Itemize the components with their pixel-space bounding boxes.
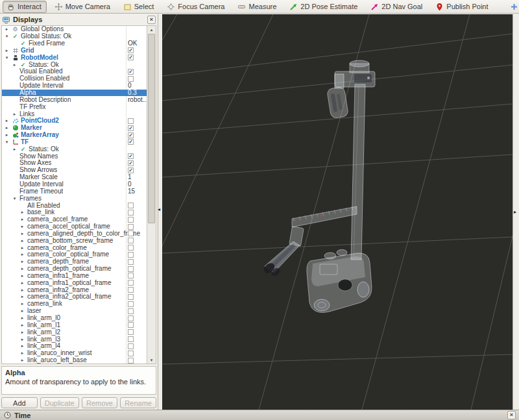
- checkbox[interactable]: [128, 350, 134, 357]
- checkbox[interactable]: ✓: [128, 125, 134, 132]
- checkbox[interactable]: ✓: [128, 47, 134, 55]
- checkbox[interactable]: [128, 209, 134, 216]
- property-value[interactable]: 15: [128, 188, 135, 195]
- property-value[interactable]: 0.3: [128, 90, 137, 97]
- focus-camera-tool[interactable]: Focus Camera: [163, 1, 230, 13]
- tree-row-status-ok[interactable]: ▸✓Status: Ok: [2, 145, 147, 153]
- expand-icon[interactable]: ▸: [19, 245, 25, 251]
- checkbox[interactable]: [128, 343, 134, 350]
- checkbox[interactable]: [128, 216, 134, 223]
- checkbox[interactable]: [128, 279, 134, 286]
- tree-row-status-ok[interactable]: ▸✓Status: Ok: [2, 61, 147, 68]
- expand-icon[interactable]: ▸: [19, 209, 25, 216]
- tree-row-all-enabled[interactable]: All Enabled: [2, 202, 147, 209]
- tree-row-show-names[interactable]: Show Names✓: [2, 153, 147, 160]
- tree-row-camera-depth-optical-frame[interactable]: ▸camera_depth_optical_frame: [2, 266, 147, 273]
- tree-row-show-arrows[interactable]: Show Arrows✓: [2, 167, 147, 174]
- expand-icon[interactable]: ▸: [4, 125, 10, 131]
- tree-row-camera-aligned-depth-to-color-frame[interactable]: ▸camera_aligned_depth_to_color_frame: [2, 230, 147, 237]
- expand-icon[interactable]: ▸: [19, 230, 25, 237]
- expand-icon[interactable]: ▸: [19, 329, 25, 336]
- tree-row-robot-description[interactable]: Robot Descriptionrobot...: [2, 96, 147, 103]
- tree-row-camera-accel-optical-frame[interactable]: ▸camera_accel_optical_frame: [2, 223, 147, 230]
- 3d-viewport[interactable]: [162, 14, 513, 410]
- checkbox[interactable]: [128, 321, 134, 328]
- scrollbar-up-icon[interactable]: ▴: [147, 26, 156, 33]
- tree-row-marker[interactable]: ▸Marker✓: [2, 125, 147, 132]
- checkbox[interactable]: [128, 202, 134, 209]
- move-camera-tool[interactable]: Move Camera: [51, 1, 115, 13]
- checkbox[interactable]: [128, 75, 134, 82]
- expand-icon[interactable]: ▸: [19, 357, 25, 364]
- property-value[interactable]: 0: [128, 82, 132, 90]
- tree-row-alpha[interactable]: Alpha0.3: [2, 90, 147, 97]
- checkbox[interactable]: ✓: [128, 153, 134, 160]
- tree-row-camera-accel-frame[interactable]: ▸camera_accel_frame: [2, 216, 147, 223]
- tree-row-link-aruco-left-base[interactable]: ▸link_aruco_left_base: [2, 357, 147, 364]
- expand-icon[interactable]: ▸: [19, 280, 25, 286]
- checkbox[interactable]: [128, 301, 134, 308]
- tree-row-camera-infra2-frame[interactable]: ▸camera_infra2_frame: [2, 286, 147, 293]
- checkbox[interactable]: [128, 293, 134, 301]
- checkbox[interactable]: [128, 336, 134, 343]
- expand-icon[interactable]: ▸: [19, 350, 25, 356]
- 2d-pose-estimate-tool[interactable]: 2D Pose Estimate: [285, 1, 363, 13]
- expand-icon[interactable]: ▸: [12, 62, 18, 68]
- tree-row-robotmodel[interactable]: ▾RobotModel✓: [2, 54, 147, 61]
- checkbox[interactable]: ✓: [128, 54, 134, 61]
- collapse-icon[interactable]: ▾: [4, 33, 10, 40]
- checkbox[interactable]: [128, 258, 134, 266]
- tree-row-link-aruco-inner-wrist[interactable]: ▸link_aruco_inner_wrist: [2, 350, 147, 357]
- tree-row-camera-color-optical-frame[interactable]: ▸camera_color_optical_frame: [2, 251, 147, 258]
- checkbox[interactable]: [128, 357, 134, 364]
- checkbox[interactable]: ✓: [128, 167, 134, 174]
- plus-button[interactable]: [507, 1, 519, 12]
- tree-row-camera-infra2-optical-frame[interactable]: ▸camera_infra2_optical_frame: [2, 293, 147, 301]
- checkbox[interactable]: [128, 230, 134, 237]
- checkbox[interactable]: [128, 328, 134, 336]
- tree-row-visual-enabled[interactable]: Visual Enabled✓: [2, 68, 147, 75]
- tree-row-camera-link[interactable]: ▸camera_link: [2, 301, 147, 308]
- expand-icon[interactable]: ▸: [19, 273, 25, 279]
- expand-icon[interactable]: ▸: [19, 266, 25, 272]
- time-close-icon[interactable]: ×: [507, 411, 516, 419]
- checkbox[interactable]: ✓: [128, 139, 134, 146]
- tree-row-link-arm-l2[interactable]: ▸link_arm_l2: [2, 328, 147, 336]
- expand-icon[interactable]: ▸: [19, 322, 25, 328]
- checkbox[interactable]: ✓: [128, 160, 134, 167]
- expand-icon[interactable]: ▸: [19, 258, 25, 265]
- tree-row-collision-enabled[interactable]: Collision Enabled: [2, 75, 147, 82]
- checkbox[interactable]: [128, 223, 134, 230]
- tree-row-frames[interactable]: ▾Frames: [2, 195, 147, 202]
- checkbox[interactable]: [128, 117, 134, 125]
- expand-icon[interactable]: ▸: [19, 301, 25, 307]
- tree-row-tf[interactable]: ▾TF✓: [2, 139, 147, 146]
- tree-row-link-arm-l1[interactable]: ▸link_arm_l1: [2, 321, 147, 328]
- tree-row-link-arm-l3[interactable]: ▸link_arm_l3: [2, 336, 147, 343]
- expand-right-icon[interactable]: ▸: [514, 209, 516, 215]
- property-value[interactable]: 1: [128, 174, 132, 181]
- expand-icon[interactable]: ▸: [4, 47, 10, 54]
- checkbox[interactable]: [128, 273, 134, 280]
- checkbox[interactable]: [128, 286, 134, 293]
- tree-row-link-arm-l4[interactable]: ▸link_arm_l4: [2, 343, 147, 350]
- tree-row-markerarray[interactable]: ▸MarkerArray✓: [2, 132, 147, 139]
- property-value[interactable]: OK: [128, 40, 137, 47]
- expand-icon[interactable]: ▸: [19, 251, 25, 258]
- checkbox[interactable]: [128, 244, 134, 251]
- collapse-left-icon[interactable]: ◂: [158, 206, 160, 212]
- tree-row-camera-infra1-frame[interactable]: ▸camera_infra1_frame: [2, 273, 147, 280]
- collapse-icon[interactable]: ▾: [4, 139, 10, 145]
- tree-row-laser[interactable]: ▸laser: [2, 308, 147, 315]
- collapse-icon[interactable]: ▾: [12, 195, 18, 202]
- expand-icon[interactable]: ▸: [19, 216, 25, 223]
- tree-row-global-status-ok[interactable]: ▾✓Global Status: Ok: [2, 33, 147, 40]
- checkbox[interactable]: ✓: [128, 68, 134, 75]
- tree-row-camera-infra1-optical-frame[interactable]: ▸camera_infra1_optical_frame: [2, 279, 147, 286]
- property-value[interactable]: 0: [128, 181, 132, 188]
- tree-row-grid[interactable]: ▸Grid✓: [2, 47, 147, 55]
- collapse-icon[interactable]: ▾: [4, 55, 10, 61]
- expand-icon[interactable]: ▸: [19, 287, 25, 293]
- tree-row-show-axes[interactable]: Show Axes✓: [2, 160, 147, 167]
- tree-row-frame-timeout[interactable]: Frame Timeout15: [2, 188, 147, 195]
